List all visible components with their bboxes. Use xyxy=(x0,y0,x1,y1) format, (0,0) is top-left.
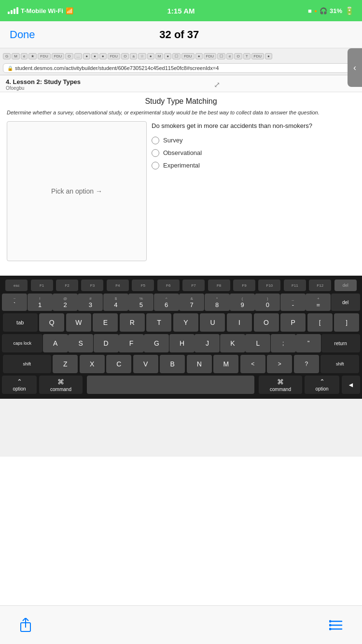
tab-fdu3[interactable]: FDU xyxy=(108,53,120,59)
key-x[interactable]: X xyxy=(80,355,105,373)
key-f[interactable]: F xyxy=(119,334,144,352)
done-button[interactable]: Done xyxy=(10,28,35,41)
address-bar[interactable]: 🔒 student.desmos.com/activitybuilder/stu… xyxy=(3,63,359,73)
tab-misc2[interactable]: ● xyxy=(91,53,98,59)
tab-misc9[interactable]: ● xyxy=(265,53,272,59)
tab-misc6[interactable]: ● xyxy=(164,53,171,59)
key-e[interactable]: E xyxy=(93,313,118,332)
key-delete[interactable]: del xyxy=(334,280,357,291)
key-quote[interactable]: " xyxy=(296,334,321,352)
key-v[interactable]: V xyxy=(133,355,158,373)
tab-m2[interactable]: M xyxy=(155,53,164,59)
key-y[interactable]: Y xyxy=(173,313,198,332)
key-f2[interactable]: F2 xyxy=(56,280,78,291)
sidebar-tab[interactable]: ‹ xyxy=(348,48,362,87)
key-1[interactable]: !1 xyxy=(28,294,53,311)
key-2[interactable]: @2 xyxy=(53,294,78,311)
key-d[interactable]: D xyxy=(94,334,119,352)
tab-t[interactable]: T xyxy=(243,53,251,59)
key-backspace[interactable]: del xyxy=(331,294,360,311)
key-minus[interactable]: _- xyxy=(280,294,306,311)
key-6[interactable]: ^6 xyxy=(154,294,179,311)
key-a[interactable]: A xyxy=(43,334,68,352)
key-i[interactable]: I xyxy=(227,313,252,332)
tab-misc3[interactable]: ● xyxy=(99,53,107,59)
key-g[interactable]: G xyxy=(144,334,169,352)
tab-a[interactable]: a xyxy=(130,53,137,59)
tab-img[interactable]: ☐ xyxy=(217,53,225,59)
tab-o2[interactable]: O xyxy=(121,53,129,59)
key-period[interactable]: > xyxy=(267,355,292,373)
key-f9[interactable]: F9 xyxy=(233,280,255,291)
key-u[interactable]: U xyxy=(200,313,225,332)
key-z[interactable]: Z xyxy=(53,355,78,373)
tab-e2[interactable]: e xyxy=(226,53,233,59)
key-shift-right[interactable]: shift xyxy=(320,355,359,373)
key-k[interactable]: K xyxy=(220,334,245,352)
radio-observational[interactable]: Observational xyxy=(152,149,355,157)
tab-o[interactable]: O xyxy=(65,53,73,59)
tab-misc8[interactable]: ● xyxy=(195,53,203,59)
tab-misc4[interactable]: ☆ xyxy=(138,53,146,59)
key-lbracket[interactable]: [ xyxy=(307,313,333,332)
key-o[interactable]: O xyxy=(254,313,279,332)
key-f5[interactable]: F5 xyxy=(132,280,154,291)
tab-misc5[interactable]: ● xyxy=(147,53,154,59)
tab-fdu5[interactable]: FDU xyxy=(204,53,216,59)
key-7[interactable]: &7 xyxy=(179,294,204,311)
key-f6[interactable]: F6 xyxy=(157,280,180,291)
key-esc[interactable]: esc xyxy=(5,280,28,291)
key-r[interactable]: R xyxy=(120,313,145,332)
key-9[interactable]: (9 xyxy=(230,294,255,311)
key-shift-left[interactable]: shift xyxy=(3,355,51,373)
drag-box[interactable]: Pick an option → xyxy=(7,121,147,261)
share-button[interactable] xyxy=(19,618,32,632)
key-equals[interactable]: += xyxy=(306,294,331,311)
key-rbracket[interactable]: ] xyxy=(334,313,359,332)
key-p[interactable]: P xyxy=(280,313,306,332)
key-tab[interactable]: tab xyxy=(3,313,38,332)
key-4[interactable]: $4 xyxy=(103,294,128,311)
key-h[interactable]: H xyxy=(169,334,195,352)
key-m[interactable]: M xyxy=(213,355,238,373)
key-semicolon[interactable]: ; xyxy=(271,334,296,352)
key-n[interactable]: N xyxy=(187,355,212,373)
key-tilde[interactable]: ~` xyxy=(2,294,27,311)
key-l[interactable]: L xyxy=(245,334,270,352)
key-f10[interactable]: F10 xyxy=(258,280,280,291)
key-return[interactable]: return xyxy=(321,334,360,352)
tab-fdu2[interactable]: FDU xyxy=(52,53,64,59)
key-f8[interactable]: F8 xyxy=(208,280,230,291)
key-capslock[interactable]: caps lock xyxy=(2,334,42,352)
key-command-right[interactable]: ⌘ command xyxy=(259,376,302,394)
key-j[interactable]: J xyxy=(195,334,220,352)
key-space[interactable] xyxy=(87,376,254,394)
radio-survey[interactable]: Survey xyxy=(152,137,355,144)
tab-misc7[interactable]: ☐ xyxy=(172,53,181,59)
key-comma[interactable]: < xyxy=(240,355,265,373)
tab-o3[interactable]: O xyxy=(234,53,242,59)
key-f3[interactable]: F3 xyxy=(81,280,103,291)
key-0[interactable]: )0 xyxy=(255,294,280,311)
key-arrow-left[interactable]: ◄ xyxy=(342,376,360,394)
key-f1[interactable]: F1 xyxy=(31,280,53,291)
tab-misc1[interactable]: ● xyxy=(83,53,90,59)
key-3[interactable]: #3 xyxy=(78,294,103,311)
radio-experimental[interactable]: Experimental xyxy=(152,162,355,169)
tab-gmail[interactable]: G xyxy=(3,53,11,59)
tab-star[interactable]: ★ xyxy=(28,53,37,59)
tab-fdu6[interactable]: FDU xyxy=(251,53,264,59)
key-8[interactable]: *8 xyxy=(205,294,230,311)
key-f7[interactable]: F7 xyxy=(182,280,205,291)
key-q[interactable]: Q xyxy=(39,313,64,332)
menu-button[interactable] xyxy=(329,619,343,631)
tab-dots[interactable]: ... xyxy=(74,53,83,59)
key-c[interactable]: C xyxy=(106,355,131,373)
expand-icon[interactable]: ⤢ xyxy=(214,80,220,89)
key-s[interactable]: S xyxy=(68,334,93,352)
key-slash[interactable]: ? xyxy=(294,355,319,373)
tab-fdu4[interactable]: FDU xyxy=(181,53,194,59)
key-f12[interactable]: F12 xyxy=(309,280,331,291)
key-f4[interactable]: F4 xyxy=(107,280,129,291)
key-option-right[interactable]: ⌃ option xyxy=(305,376,339,394)
